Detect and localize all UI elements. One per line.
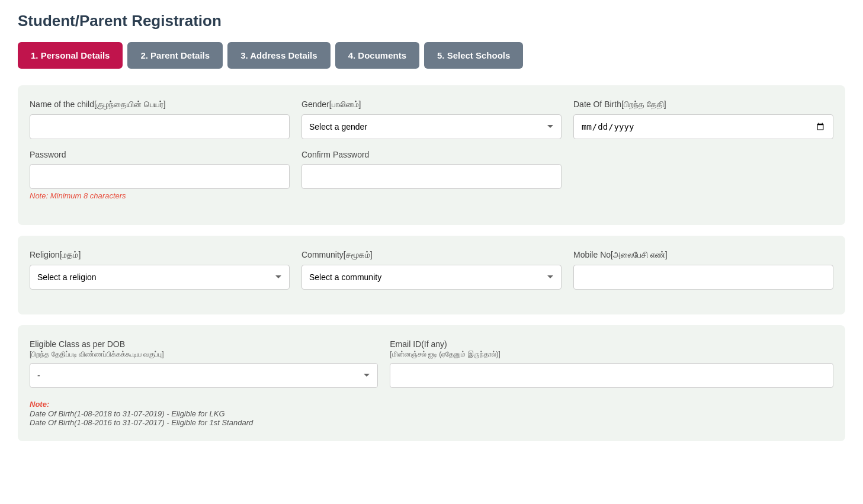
- password-group: Password Note: Minimum 8 characters: [30, 150, 290, 200]
- mobile-input[interactable]: [573, 265, 833, 290]
- password-label: Password: [30, 150, 290, 159]
- email-group: Email ID(If any) [மின்னஞ்சல் ஐடி (ஏதேனும…: [390, 339, 833, 388]
- child-name-group: Name of the child[குழந்தையின் பெயர்]: [30, 99, 290, 139]
- note-line-2: Date Of Birth(1-08-2016 to 31-07-2017) -…: [30, 418, 833, 427]
- religion-community-section: Religion[மதம்] Select a religion Hindu M…: [18, 236, 845, 314]
- community-select[interactable]: Select a community BC MBC SC ST OC: [301, 265, 562, 290]
- religion-select-wrapper: Select a religion Hindu Muslim Christian…: [30, 265, 290, 290]
- step-4-button[interactable]: 4. Documents: [335, 42, 419, 69]
- mobile-label: Mobile No[அலைபேசி எண்]: [573, 250, 833, 260]
- child-name-input[interactable]: [30, 114, 290, 139]
- note-label: Note:: [30, 191, 50, 200]
- password-input[interactable]: [30, 164, 290, 189]
- religion-label: Religion[மதம்]: [30, 250, 290, 260]
- step-5-button[interactable]: 5. Select Schools: [424, 42, 523, 69]
- step-1-button[interactable]: 1. Personal Details: [18, 42, 123, 69]
- password-note: Note: Minimum 8 characters: [30, 191, 290, 200]
- step-3-button[interactable]: 3. Address Details: [227, 42, 331, 69]
- page-title: Student/Parent Registration: [18, 12, 845, 30]
- note-label: Note:: [30, 400, 49, 409]
- mobile-group: Mobile No[அலைபேசி எண்]: [573, 250, 833, 290]
- dob-note-section: Note: Date Of Birth(1-08-2018 to 31-07-2…: [30, 399, 833, 427]
- eligible-class-select[interactable]: - LKG UKG 1st Standard: [30, 363, 378, 388]
- religion-group: Religion[மதம்] Select a religion Hindu M…: [30, 250, 290, 290]
- confirm-password-group: Confirm Password: [301, 150, 562, 200]
- gender-select[interactable]: Select a gender Male Female Other: [301, 114, 562, 139]
- dob-input[interactable]: [573, 114, 833, 139]
- gender-group: Gender[பாலினம்] Select a gender Male Fem…: [301, 99, 562, 139]
- eligible-select-wrapper: - LKG UKG 1st Standard: [30, 363, 378, 388]
- email-main-label: Email ID(If any): [390, 339, 833, 349]
- eligible-class-tamil-label: [பிறந்த தேதிப்படி விண்ணப்பிக்கக்கூடிய வக…: [30, 350, 378, 358]
- eligible-class-main-label: Eligible Class as per DOB: [30, 339, 378, 349]
- religion-select[interactable]: Select a religion Hindu Muslim Christian…: [30, 265, 290, 290]
- email-input[interactable]: [390, 363, 833, 388]
- community-label: Community[சமூகம்]: [301, 250, 562, 260]
- spacer-group: [573, 150, 833, 200]
- community-select-wrapper: Select a community BC MBC SC ST OC: [301, 265, 562, 290]
- eligible-class-group: Eligible Class as per DOB [பிறந்த தேதிப்…: [30, 339, 378, 388]
- gender-label: Gender[பாலினம்]: [301, 99, 562, 110]
- personal-details-section: Name of the child[குழந்தையின் பெயர்] Gen…: [18, 85, 845, 225]
- gender-select-wrapper: Select a gender Male Female Other: [301, 114, 562, 139]
- step-2-button[interactable]: 2. Parent Details: [127, 42, 223, 69]
- email-tamil-label: [மின்னஞ்சல் ஐடி (ஏதேனும் இருந்தால்)]: [390, 350, 833, 358]
- child-name-label: Name of the child[குழந்தையின் பெயர்]: [30, 99, 290, 110]
- confirm-password-label: Confirm Password: [301, 150, 562, 159]
- dob-label: Date Of Birth[பிறந்த தேதி]: [573, 99, 833, 110]
- confirm-password-input[interactable]: [301, 164, 562, 189]
- dob-group: Date Of Birth[பிறந்த தேதி]: [573, 99, 833, 139]
- note-line-1: Date Of Birth(1-08-2018 to 31-07-2019) -…: [30, 409, 833, 418]
- steps-navigation: 1. Personal Details 2. Parent Details 3.…: [18, 42, 845, 69]
- community-group: Community[சமூகம்] Select a community BC …: [301, 250, 562, 290]
- eligible-email-section: Eligible Class as per DOB [பிறந்த தேதிப்…: [18, 325, 845, 441]
